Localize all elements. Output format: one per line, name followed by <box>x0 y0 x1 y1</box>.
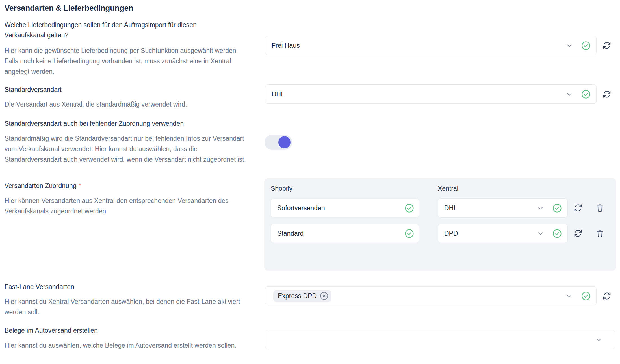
mapping-target-value: DPD <box>444 230 537 237</box>
mapping-source-input[interactable]: Sofortversenden <box>271 198 419 218</box>
mapping-target-select[interactable]: DHL <box>438 198 568 218</box>
mapping-source-input[interactable]: Standard <box>271 224 419 243</box>
default-shipping-label: Standardversandart <box>5 84 62 95</box>
chevron-down-icon <box>565 292 573 300</box>
refresh-icon[interactable] <box>602 90 611 99</box>
fallback-toggle-label: Standardversandart auch bei fehlender Zu… <box>5 118 259 129</box>
mapping-source-value: Sofortversenden <box>277 204 405 212</box>
success-check-icon <box>581 291 591 301</box>
default-shipping-select[interactable]: DHL <box>265 84 597 104</box>
trash-icon[interactable] <box>596 229 604 238</box>
fast-lane-label: Fast-Lane Versandarten <box>5 282 74 292</box>
documents-select[interactable] <box>265 330 615 349</box>
remove-chip-icon[interactable] <box>320 292 328 300</box>
fast-lane-description: Hier kannst du Xentral Versandarten ausw… <box>5 296 242 317</box>
mapping-description: Hier können Versandarten aus Xentral den… <box>5 196 253 216</box>
success-check-icon <box>552 203 562 213</box>
default-shipping-description: Die Versandart aus Xentral, die standard… <box>5 99 187 110</box>
success-check-icon <box>405 229 414 238</box>
fast-lane-select[interactable]: Express DPD <box>265 286 597 306</box>
success-check-icon <box>581 90 591 99</box>
fallback-toggle-switch[interactable] <box>265 135 292 150</box>
trash-icon[interactable] <box>596 204 604 212</box>
mapping-label-text: Versandarten Zuordnung <box>5 182 76 189</box>
documents-label: Belege im Autoversand erstellen <box>5 325 98 335</box>
required-asterisk: * <box>79 182 81 189</box>
refresh-icon[interactable] <box>602 292 611 300</box>
fallback-toggle-description: Standardmäßig wird die Standardversandar… <box>5 133 248 165</box>
chevron-down-icon <box>537 230 544 237</box>
mapping-column-shopify: Shopify <box>271 183 292 194</box>
delivery-terms-select[interactable]: Frei Haus <box>265 36 597 55</box>
delivery-terms-label: Welche Lieferbedingungen sollen für den … <box>5 20 231 40</box>
delivery-terms-description: Hier kann die gewünschte Lieferbedingung… <box>5 46 248 77</box>
refresh-icon[interactable] <box>574 203 582 212</box>
delivery-terms-value: Frei Haus <box>272 42 565 49</box>
chip-label: Express DPD <box>278 292 317 300</box>
chevron-down-icon <box>565 42 573 49</box>
success-check-icon <box>581 41 591 50</box>
mapping-label: Versandarten Zuordnung* <box>5 181 81 191</box>
mapping-column-xentral: Xentral <box>438 183 458 194</box>
shipping-settings-page: Versandarten & Lieferbedingungen Welche … <box>0 0 620 364</box>
success-check-icon <box>552 229 562 238</box>
mapping-source-value: Standard <box>277 230 405 237</box>
refresh-icon[interactable] <box>574 229 582 238</box>
page-title: Versandarten & Lieferbedingungen <box>5 3 133 13</box>
chevron-down-icon <box>565 90 573 98</box>
toggle-knob <box>278 136 291 148</box>
chevron-down-icon <box>595 336 602 344</box>
success-check-icon <box>405 203 414 213</box>
mapping-target-select[interactable]: DPD <box>438 224 568 243</box>
mapping-panel: Shopify Xentral Sofortversenden DHL Stan… <box>264 178 616 271</box>
selected-chip: Express DPD <box>273 290 331 302</box>
mapping-target-value: DHL <box>444 204 537 212</box>
default-shipping-value: DHL <box>272 90 565 98</box>
documents-description: Hier kannst du auswählen, welche Belege … <box>5 340 248 351</box>
chevron-down-icon <box>537 204 544 212</box>
refresh-icon[interactable] <box>602 41 611 50</box>
